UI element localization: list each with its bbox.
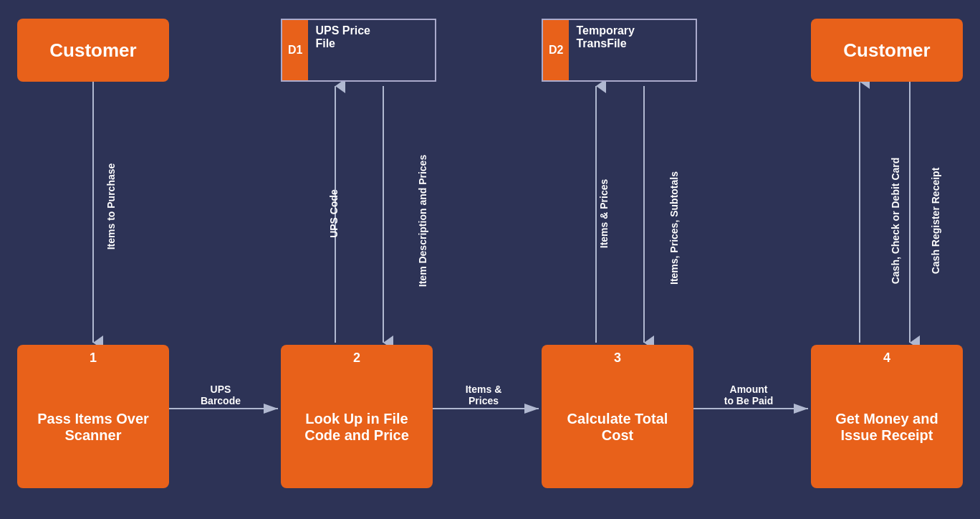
datastore-d1: D1 UPS PriceFile bbox=[281, 19, 436, 82]
process-2-label: Look Up in FileCode and Price bbox=[297, 411, 416, 444]
process-4-label: Get Money andIssue Receipt bbox=[828, 411, 945, 444]
datastore-d2-label: TemporaryTransFile bbox=[569, 20, 642, 54]
datastore-d2-id: D2 bbox=[543, 20, 569, 80]
process-4-number: 4 bbox=[811, 351, 963, 366]
label-item-description: Item Description and Prices bbox=[417, 155, 428, 287]
process-3-label: Calculate TotalCost bbox=[560, 411, 676, 444]
process-1: 1 Pass Items OverScanner bbox=[17, 345, 169, 488]
process-2-number: 2 bbox=[281, 351, 433, 366]
label-cash-register-receipt: Cash Register Receipt bbox=[930, 168, 941, 275]
entity-customer-right: Customer bbox=[811, 19, 963, 82]
process-3: 3 Calculate TotalCost bbox=[542, 345, 693, 488]
process-2: 2 Look Up in FileCode and Price bbox=[281, 345, 433, 488]
label-ups-barcode: UPSBarcode bbox=[178, 384, 264, 406]
label-ups-code: UPS Code bbox=[328, 189, 340, 238]
datastore-d2: D2 TemporaryTransFile bbox=[542, 19, 697, 82]
label-items-prices-h: Items &Prices bbox=[444, 384, 523, 406]
datastore-d1-label: UPS PriceFile bbox=[308, 20, 377, 54]
process-3-number: 3 bbox=[542, 351, 693, 366]
label-items-to-purchase: Items to Purchase bbox=[105, 163, 117, 250]
label-amount-paid: Amountto Be Paid bbox=[706, 384, 792, 406]
entity-customer-left: Customer bbox=[17, 19, 169, 82]
process-4: 4 Get Money andIssue Receipt bbox=[811, 345, 963, 488]
label-items-prices-subtotals: Items, Prices, Subtotals bbox=[668, 171, 680, 285]
diagram-container: Customer Customer D1 UPS PriceFile D2 Te… bbox=[0, 0, 980, 519]
process-1-label: Pass Items OverScanner bbox=[30, 411, 156, 444]
label-items-prices-up: Items & Prices bbox=[598, 179, 610, 249]
datastore-d1-id: D1 bbox=[282, 20, 308, 80]
process-1-number: 1 bbox=[17, 351, 169, 366]
label-cash-check: Cash, Check or Debit Card bbox=[890, 158, 901, 285]
